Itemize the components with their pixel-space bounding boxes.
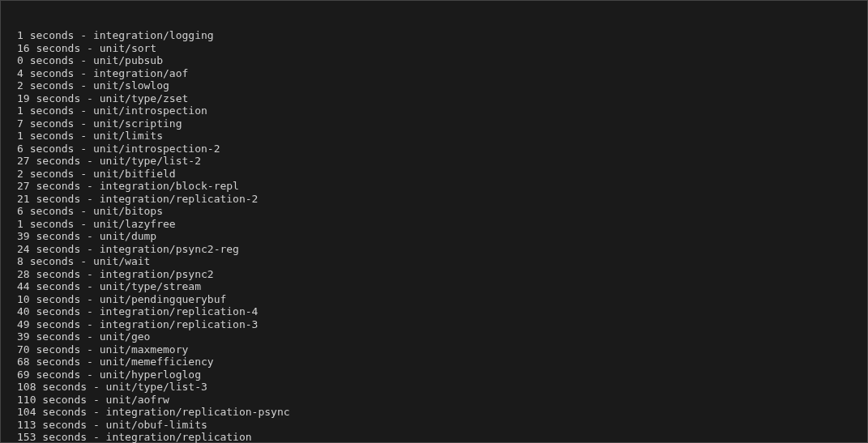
test-result-line: 1 seconds - unit/lazyfree: [6, 218, 867, 231]
test-result-line: 49 seconds - integration/replication-3: [6, 318, 867, 331]
test-result-line: 6 seconds - unit/introspection-2: [6, 143, 867, 155]
terminal-window[interactable]: 1 seconds - integration/logging16 second…: [0, 0, 868, 443]
test-result-line: 39 seconds - unit/dump: [6, 230, 867, 243]
test-result-line: 44 seconds - unit/type/stream: [6, 280, 867, 293]
test-result-line: 4 seconds - integration/aof: [6, 67, 867, 80]
test-result-line: 10 seconds - unit/pendingquerybuf: [6, 293, 867, 306]
test-result-line: 21 seconds - integration/replication-2: [6, 193, 867, 206]
test-result-line: 8 seconds - unit/wait: [6, 255, 867, 268]
test-result-line: 1 seconds - integration/logging: [6, 29, 867, 42]
test-result-line: 6 seconds - unit/bitops: [6, 205, 867, 218]
test-result-line: 113 seconds - unit/obuf-limits: [6, 419, 867, 432]
test-result-line: 7 seconds - unit/scripting: [6, 117, 867, 130]
test-result-line: 108 seconds - unit/type/list-3: [6, 381, 867, 394]
test-result-line: 27 seconds - unit/type/list-2: [6, 155, 867, 168]
test-result-line: 69 seconds - unit/hyperloglog: [6, 368, 867, 381]
test-result-line: 68 seconds - unit/memefficiency: [6, 356, 867, 368]
test-result-line: 1 seconds - unit/introspection: [6, 104, 867, 117]
test-result-line: 39 seconds - unit/geo: [6, 330, 867, 343]
test-result-line: 1 seconds - unit/limits: [6, 130, 867, 143]
test-result-line: 2 seconds - unit/slowlog: [6, 79, 867, 92]
test-result-line: 0 seconds - unit/pubsub: [6, 54, 867, 67]
test-result-line: 2 seconds - unit/bitfield: [6, 168, 867, 181]
test-result-line: 24 seconds - integration/psync2-reg: [6, 243, 867, 256]
test-output-lines: 1 seconds - integration/logging16 second…: [6, 29, 867, 443]
test-result-line: 104 seconds - integration/replication-ps…: [6, 406, 867, 419]
test-result-line: 40 seconds - integration/replication-4: [6, 305, 867, 318]
test-result-line: 16 seconds - unit/sort: [6, 42, 867, 55]
test-result-line: 110 seconds - unit/aofrw: [6, 394, 867, 407]
test-result-line: 19 seconds - unit/type/zset: [6, 92, 867, 105]
test-result-line: 153 seconds - integration/replication: [6, 431, 867, 443]
test-result-line: 28 seconds - integration/psync2: [6, 268, 867, 281]
test-result-line: 70 seconds - unit/maxmemory: [6, 343, 867, 356]
test-result-line: 27 seconds - integration/block-repl: [6, 180, 867, 193]
